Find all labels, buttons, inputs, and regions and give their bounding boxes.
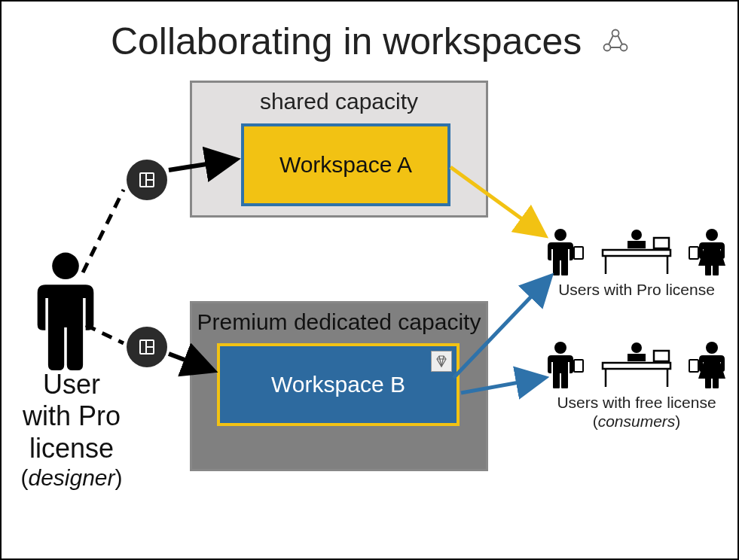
diagram-page: Collaborating in workspaces shared capac… — [0, 0, 739, 560]
shared-capacity-label: shared capacity — [192, 89, 486, 114]
svg-rect-23 — [689, 360, 698, 372]
svg-rect-20 — [654, 351, 669, 361]
designer-label-line1: User — [8, 369, 136, 400]
svg-rect-16 — [689, 247, 698, 259]
workspace-b-label: Workspace B — [271, 372, 405, 397]
dashboard-icon — [127, 160, 167, 200]
svg-point-2 — [621, 44, 628, 50]
svg-point-19 — [631, 342, 642, 353]
person-icon — [544, 340, 585, 388]
svg-point-15 — [706, 229, 718, 241]
svg-rect-13 — [654, 238, 669, 248]
person-icon — [688, 340, 729, 388]
workspace-a-box: Workspace A — [241, 123, 450, 206]
desk-icon — [595, 227, 678, 275]
users-free-icons — [544, 340, 729, 388]
users-pro-group: Users with Pro license — [544, 227, 729, 299]
designer-label: User with Pro license (designer) — [8, 369, 136, 492]
designer-label-line3: license — [8, 433, 136, 464]
designer-role: (designer) — [8, 464, 136, 491]
users-free-caption: Users with free license (consumers) — [544, 393, 729, 431]
svg-point-3 — [52, 253, 79, 280]
svg-point-22 — [706, 342, 718, 354]
svg-point-17 — [554, 342, 566, 354]
diagram-title: Collaborating in workspaces — [2, 20, 737, 63]
workspace-b-box: Workspace B — [217, 343, 460, 426]
svg-point-12 — [631, 230, 642, 240]
designer-person-icon — [24, 250, 107, 370]
desk-icon — [595, 340, 678, 388]
svg-rect-18 — [574, 360, 583, 372]
svg-point-1 — [604, 44, 611, 50]
svg-rect-11 — [574, 247, 583, 259]
title-text: Collaborating in workspaces — [111, 20, 582, 62]
person-icon — [544, 227, 585, 275]
designer-label-line2: with Pro — [8, 400, 136, 432]
diamond-icon — [431, 351, 452, 372]
dashboard-icon — [127, 327, 167, 367]
users-pro-icons — [544, 227, 729, 275]
share-icon — [603, 29, 628, 54]
users-pro-caption: Users with Pro license — [544, 280, 729, 299]
workspace-a-label: Workspace A — [279, 152, 412, 178]
svg-point-10 — [554, 229, 566, 241]
premium-capacity-label: Premium dedicated capacity — [192, 309, 486, 335]
person-icon — [688, 227, 729, 275]
users-free-group: Users with free license (consumers) — [544, 340, 729, 431]
